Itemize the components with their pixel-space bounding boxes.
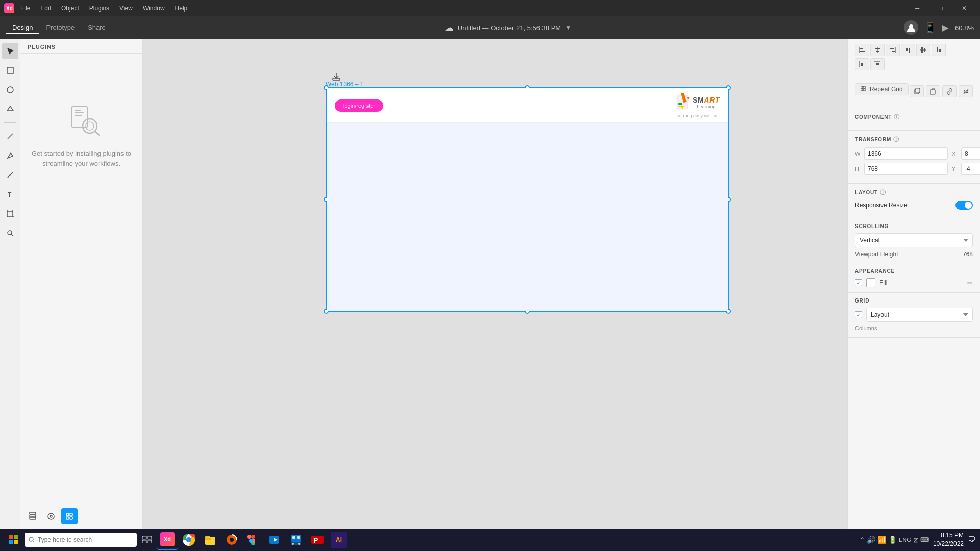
repeat-grid-button[interactable]: Repeat Grid <box>855 83 909 95</box>
responsive-resize-toggle[interactable] <box>955 201 973 210</box>
grid-checkbox[interactable] <box>855 311 862 318</box>
keyboard-icon[interactable]: ⌨ <box>920 536 929 543</box>
taskbar-app-ai[interactable]: Ai <box>329 530 349 550</box>
menu-object[interactable]: Object <box>57 4 83 13</box>
taskbar-app-figma[interactable] <box>243 530 263 550</box>
menu-edit[interactable]: Edit <box>36 4 55 13</box>
plugins-button[interactable] <box>61 508 78 524</box>
layers-button[interactable] <box>24 508 41 524</box>
menu-help[interactable]: Help <box>171 4 192 13</box>
width-input[interactable] <box>864 147 948 160</box>
battery-icon[interactable]: 🔋 <box>888 536 897 544</box>
taskbar-app-media[interactable] <box>222 530 242 550</box>
taskbar-app-train[interactable] <box>286 530 306 550</box>
task-view-button[interactable] <box>139 532 155 548</box>
device-icon[interactable]: 📱 <box>924 22 936 33</box>
panel-title: PLUGINS <box>28 44 135 50</box>
polygon-tool[interactable] <box>2 101 18 117</box>
play-button[interactable]: ▶ <box>942 22 949 33</box>
ellipse-tool[interactable] <box>2 82 18 98</box>
system-clock[interactable]: 8:15 PM 10/22/2022 <box>933 531 964 548</box>
component-info-icon[interactable]: ⓘ <box>894 113 900 121</box>
height-input[interactable] <box>864 163 948 175</box>
logo-text-group: SMART Learning <box>693 96 720 109</box>
bluetooth-icon[interactable]: ⧖ <box>913 536 918 544</box>
copy-style-button[interactable] <box>910 85 924 97</box>
tab-share[interactable]: Share <box>82 21 112 34</box>
align-middle-v-button[interactable] <box>916 44 930 56</box>
svg-rect-70 <box>916 88 920 93</box>
login-register-button[interactable]: login/register <box>335 99 383 112</box>
distribute-h-button[interactable] <box>855 58 869 70</box>
unlink-button[interactable] <box>959 85 973 97</box>
assets-button[interactable] <box>43 508 59 524</box>
menu-window[interactable]: Window <box>139 4 169 13</box>
align-left-button[interactable] <box>855 44 869 56</box>
distribute-v-button[interactable] <box>870 58 885 70</box>
y-input[interactable] <box>961 163 980 175</box>
rectangle-tool[interactable] <box>2 62 18 79</box>
brush-tool[interactable] <box>2 167 18 183</box>
svg-rect-49 <box>892 51 895 52</box>
svg-rect-78 <box>9 540 13 544</box>
align-center-h-button[interactable] <box>870 44 885 56</box>
dropdown-icon[interactable]: ▼ <box>565 24 571 31</box>
x-input[interactable] <box>961 147 980 160</box>
y-field-group: Y <box>952 163 980 175</box>
grid-type-select[interactable]: Layout None Grid <box>866 308 973 322</box>
close-button[interactable]: ✕ <box>952 0 976 16</box>
tray-up-arrow[interactable]: ⌃ <box>860 536 865 543</box>
tab-design[interactable]: Design <box>6 21 39 34</box>
scrolling-section: SCROLLING Vertical None Horizontal Viewp… <box>848 218 980 263</box>
align-row-1 <box>855 44 973 56</box>
search-input[interactable] <box>38 536 133 543</box>
svg-point-29 <box>50 515 52 517</box>
toolbar-right: 📱 ▶ 60.8% <box>904 20 974 35</box>
menu-view[interactable]: View <box>115 4 137 13</box>
taskbar-app-explorer[interactable] <box>200 530 220 550</box>
transform-row-2: H Y <box>855 163 973 175</box>
select-tool[interactable] <box>2 43 18 59</box>
component-add-button[interactable]: + <box>969 116 973 123</box>
menu-plugins[interactable]: Plugins <box>85 4 113 13</box>
tab-prototype[interactable]: Prototype <box>40 21 81 34</box>
text-tool[interactable]: T <box>2 186 18 203</box>
taskbar-app-edge[interactable] <box>264 530 285 550</box>
zoom-tool[interactable] <box>2 225 18 241</box>
layout-info-icon[interactable]: ⓘ <box>880 189 886 196</box>
start-button[interactable] <box>4 531 22 549</box>
align-bottom-button[interactable] <box>932 44 946 56</box>
fill-color-swatch[interactable] <box>866 278 875 287</box>
svg-rect-46 <box>876 51 879 52</box>
canvas-area[interactable]: Web 1366 – 1 login/register <box>143 39 847 529</box>
line-tool[interactable] <box>2 128 18 144</box>
speaker-icon[interactable]: 🔊 <box>867 536 875 544</box>
svg-rect-66 <box>863 86 865 88</box>
wifi-icon[interactable]: 📶 <box>877 536 886 544</box>
menu-file[interactable]: File <box>16 4 34 13</box>
taskbar-search[interactable] <box>24 533 137 547</box>
svg-rect-77 <box>14 535 18 539</box>
artboard-header: login/register <box>327 88 728 123</box>
align-right-button[interactable] <box>886 44 900 56</box>
logo-icon <box>674 93 691 112</box>
svg-rect-85 <box>148 540 152 543</box>
fill-checkbox[interactable] <box>855 279 862 286</box>
viewport-height-value: 768 <box>963 251 973 258</box>
maximize-button[interactable]: □ <box>929 0 952 16</box>
taskbar-app-game[interactable]: P <box>307 530 328 550</box>
user-avatar[interactable] <box>904 20 918 35</box>
fill-edit-icon[interactable]: ✏ <box>967 279 973 287</box>
align-top-button[interactable] <box>901 44 915 56</box>
minimize-button[interactable]: ─ <box>905 0 929 16</box>
paste-style-button[interactable] <box>926 85 940 97</box>
notification-button[interactable]: 🗨 <box>968 535 976 544</box>
link-button[interactable] <box>942 85 957 97</box>
taskbar-app-xd[interactable]: Xd <box>157 530 178 550</box>
artboard-tool[interactable] <box>2 206 18 222</box>
taskbar-app-chrome[interactable] <box>179 530 199 550</box>
artboard-frame[interactable]: login/register <box>326 87 729 312</box>
pen-tool[interactable] <box>2 147 18 164</box>
scrolling-select[interactable]: Vertical None Horizontal <box>855 233 973 247</box>
transform-info-icon[interactable]: ⓘ <box>893 136 899 143</box>
